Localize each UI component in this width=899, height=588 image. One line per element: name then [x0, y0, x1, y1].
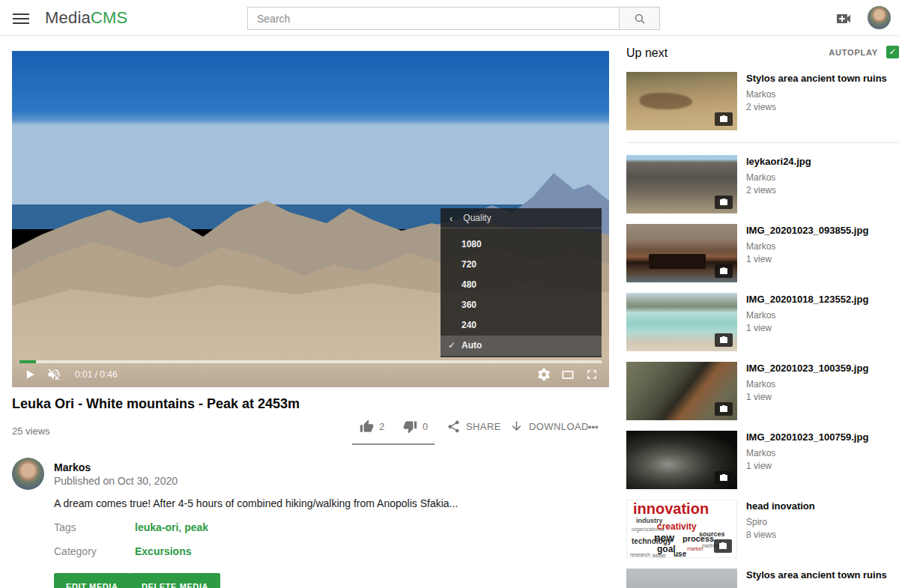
more-dots-icon: •••: [588, 422, 599, 433]
progress-bar[interactable]: [19, 360, 602, 363]
check-icon: ✓: [448, 336, 455, 356]
wordcloud-word: goal: [657, 545, 676, 554]
share-button[interactable]: SHARE: [447, 419, 501, 434]
list-item[interactable]: IMG_20201018_123552.jpg Markos 1 view: [626, 293, 899, 351]
quality-option-720[interactable]: 720: [441, 255, 602, 275]
list-item[interactable]: IMG_20201023_100759.jpg Markos 1 view: [626, 431, 899, 489]
thumbnail[interactable]: usebetterresearchmarketgoalmethodtechnol…: [626, 500, 737, 558]
item-title[interactable]: Stylos area ancient town ruins: [746, 569, 887, 581]
author-avatar[interactable]: [12, 458, 44, 490]
item-views: 1 view: [746, 392, 868, 402]
autoplay-label: AUTOPLAY: [829, 48, 878, 57]
thumbnail[interactable]: [626, 72, 737, 130]
list-item[interactable]: Stylos area ancient town ruins: [626, 569, 899, 588]
thumbnail[interactable]: [626, 431, 737, 489]
share-label: SHARE: [466, 421, 501, 432]
divider: [626, 142, 899, 143]
item-author[interactable]: Markos: [746, 89, 887, 100]
back-chevron-icon: ‹: [450, 213, 452, 224]
quality-option-1080[interactable]: 1080: [441, 234, 602, 255]
item-views: 2 views: [746, 102, 887, 112]
item-title[interactable]: IMG_20201018_123552.jpg: [746, 294, 868, 306]
video-description: A dream comes true! After 4-5 hours of c…: [54, 497, 518, 509]
item-views: 1 view: [746, 461, 868, 471]
item-author[interactable]: Spiro: [746, 517, 815, 527]
like-button[interactable]: 2: [360, 419, 384, 434]
edit-media-button[interactable]: EDIT MEDIA: [54, 573, 130, 588]
thumbnail[interactable]: [626, 155, 737, 213]
quality-option-360[interactable]: 360: [441, 295, 602, 315]
user-avatar[interactable]: [868, 6, 891, 29]
progress-fill: [19, 360, 36, 363]
item-title[interactable]: head inovation: [746, 500, 815, 512]
camera-badge-icon: [714, 539, 732, 553]
video-player[interactable]: ‹ Quality 1080720480360240✓Auto 0:01 / 0…: [12, 51, 609, 387]
quality-option-240[interactable]: 240: [441, 315, 602, 336]
quality-menu: ‹ Quality 1080720480360240✓Auto: [441, 208, 602, 357]
quality-option-480[interactable]: 480: [441, 275, 602, 295]
tag-link-peak[interactable]: peak: [184, 521, 208, 533]
thumbnail[interactable]: [626, 224, 737, 282]
item-title[interactable]: IMG_20201023_100359.jpg: [746, 363, 868, 375]
tag-link-leuka-ori[interactable]: leuka-ori: [135, 521, 178, 533]
menu-icon[interactable]: [13, 10, 29, 25]
item-author[interactable]: Markos: [746, 448, 868, 458]
upload-media-icon[interactable]: [835, 10, 853, 26]
download-icon: [509, 419, 524, 434]
item-title[interactable]: IMG_20201023_100759.jpg: [746, 431, 868, 443]
logo[interactable]: MediaCMS: [45, 8, 127, 28]
wordcloud-word: research: [630, 552, 650, 557]
thumbnail[interactable]: [626, 293, 737, 351]
author-name[interactable]: Markos: [54, 461, 91, 473]
list-item[interactable]: Stylos area ancient town ruins Markos 2 …: [626, 72, 899, 130]
camera-badge-icon: [715, 402, 733, 416]
logo-cms: CMS: [91, 8, 128, 27]
download-button[interactable]: DOWNLOAD: [509, 419, 589, 434]
item-author[interactable]: Markos: [746, 310, 868, 321]
camera-badge-icon: [715, 112, 733, 126]
thumb-down-icon: [403, 419, 417, 434]
item-author[interactable]: Markos: [746, 172, 811, 183]
top-bar: MediaCMS: [0, 0, 899, 36]
item-title[interactable]: IMG_20201023_093855.jpg: [746, 225, 868, 237]
thumbnail[interactable]: [626, 569, 737, 588]
list-item[interactable]: usebetterresearchmarketgoalmethodtechnol…: [626, 500, 899, 558]
list-item[interactable]: IMG_20201023_093855.jpg Markos 1 view: [626, 224, 899, 282]
search-button[interactable]: [619, 7, 660, 30]
share-icon: [447, 419, 461, 434]
quality-menu-title: Quality: [463, 213, 491, 223]
camera-badge-icon: [715, 264, 733, 278]
tags-label: Tags: [54, 521, 76, 533]
mute-icon[interactable]: [46, 367, 61, 382]
autoplay-checkbox[interactable]: ✓: [886, 46, 899, 58]
wordcloud-word: creativity: [657, 522, 697, 531]
wordcloud-word: new: [654, 533, 674, 543]
wordcloud-word: industry: [636, 518, 663, 524]
published-date: Published on Oct 30, 2020: [54, 475, 178, 487]
settings-gear-icon[interactable]: [536, 367, 551, 382]
more-actions-button[interactable]: •••: [588, 422, 599, 433]
thumbnail[interactable]: [626, 362, 737, 420]
item-author[interactable]: Markos: [746, 241, 868, 252]
dislike-button[interactable]: 0: [403, 419, 428, 434]
item-title[interactable]: Stylos area ancient town ruins: [746, 73, 887, 85]
list-item[interactable]: leykaori24.jpg Markos 2 views: [626, 155, 899, 213]
item-title[interactable]: leykaori24.jpg: [746, 156, 811, 168]
item-views: 8 views: [746, 530, 815, 540]
up-next-sidebar: Up next AUTOPLAY ✓ Stylos area ancient t…: [626, 46, 899, 588]
fullscreen-icon[interactable]: [584, 367, 599, 382]
category-value: Excursions: [135, 545, 191, 557]
play-icon[interactable]: [22, 367, 37, 382]
search-input[interactable]: [247, 7, 619, 30]
theater-mode-icon[interactable]: [560, 367, 575, 382]
wordcloud-word: innovation: [633, 501, 709, 516]
dislike-count: 0: [423, 421, 428, 432]
item-author[interactable]: Markos: [746, 379, 868, 390]
list-item[interactable]: IMG_20201023_100359.jpg Markos 1 view: [626, 362, 899, 420]
quality-menu-list: 1080720480360240✓Auto: [441, 228, 602, 356]
quality-option-auto[interactable]: ✓Auto: [441, 336, 602, 356]
category-link-excursions[interactable]: Excursions: [135, 545, 191, 557]
camera-badge-icon: [715, 471, 733, 485]
delete-media-button[interactable]: DELETE MEDIA: [130, 573, 220, 588]
quality-menu-header[interactable]: ‹ Quality: [441, 208, 602, 228]
